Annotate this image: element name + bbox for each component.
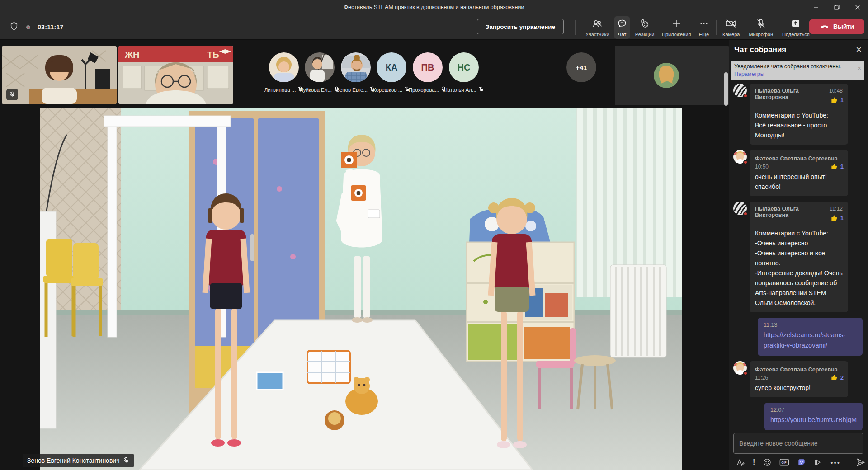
chat-message: Пылаева Ольга Викторовна11:12 1 Коммента… <box>733 202 863 312</box>
participant-bubble[interactable]: Зенов Евге... <box>338 52 373 94</box>
avatar[interactable] <box>733 202 747 215</box>
tab-more[interactable]: Еще <box>696 16 712 39</box>
message-author: Фатеева Светлана Сергеевна <box>755 155 838 162</box>
titlebar: Фестиваль STEAM практик в дошкольном и н… <box>0 0 868 14</box>
tab-reactions[interactable]: Реакции <box>633 16 657 39</box>
stage-video[interactable] <box>40 108 682 470</box>
radiator <box>610 265 666 357</box>
chat-message: Фатеева Светлана Сергеевна10:50 1 очень … <box>733 150 863 196</box>
name-badge <box>368 210 380 218</box>
mic-off-icon <box>755 18 766 31</box>
stream-icon[interactable] <box>814 458 823 467</box>
presence-busy-badge <box>743 371 748 376</box>
participant-bubble[interactable]: НС Наталья Ал... <box>446 52 481 94</box>
reaction-badge[interactable]: 1 <box>831 163 844 170</box>
overflow-participants-bubble[interactable]: +41 <box>566 52 596 82</box>
picture-card <box>257 372 283 390</box>
notifications-toast: Уведомления чата собрания отключены. Пар… <box>731 61 864 80</box>
avatar <box>269 52 299 82</box>
avatar[interactable] <box>733 84 747 97</box>
format-icon[interactable] <box>736 458 745 467</box>
importance-icon[interactable]: ! <box>753 458 755 466</box>
participant-name: Чуйкова Ел... <box>300 87 332 93</box>
participant-name: Корешков ... <box>373 87 403 93</box>
restore-button[interactable] <box>826 0 847 14</box>
message-list[interactable]: Пылаева Ольга Викторовна10:48 1 Коммента… <box>729 80 868 431</box>
reaction-badge[interactable]: 1 <box>831 96 844 103</box>
avatar[interactable] <box>733 361 747 375</box>
reaction-badge[interactable]: 1 <box>831 214 844 221</box>
teams-meeting-window: Фестиваль STEAM практик в дошкольном и н… <box>0 0 868 470</box>
message-link[interactable]: https://youtu.be/tDmtGrBhjqM <box>770 415 857 425</box>
close-chat-icon[interactable]: × <box>856 45 862 54</box>
video-thumb-2: ЖН ТЬ <box>118 46 233 104</box>
chat-panel: Чат собрания × Уведомления чата собрания… <box>729 40 868 470</box>
meeting-timer: 03:11:17 <box>38 24 64 31</box>
participant-bubble[interactable]: ПВ Прохорова... <box>410 52 445 94</box>
participant-name: Зенов Евге... <box>336 87 368 93</box>
send-icon[interactable] <box>856 457 866 467</box>
message-link[interactable]: https://zelsteams.ru/steams-praktiki-v-o… <box>764 330 857 351</box>
participant-name: Прохорова... <box>409 87 439 93</box>
toast-text: Уведомления чата собрания отключены. <box>734 63 853 70</box>
more-dots-icon <box>698 18 709 31</box>
message-time: 11:13 <box>764 322 857 328</box>
svg-text:ТЬ: ТЬ <box>207 50 219 60</box>
request-control-button[interactable]: Запросить управление <box>477 19 564 34</box>
gif-icon[interactable]: GIF <box>779 458 789 467</box>
chat-message-own: 11:13 https://zelsteams.ru/steams-prakti… <box>733 318 863 356</box>
presence-busy-badge <box>743 212 748 216</box>
chat-title: Чат собрания <box>734 45 856 54</box>
toolbar-divider <box>575 20 576 35</box>
avatar[interactable] <box>733 150 747 164</box>
avatar: НС <box>449 52 479 82</box>
avatar <box>341 52 371 82</box>
participant-bubble[interactable]: КА Корешков ... <box>374 52 409 94</box>
tab-chat[interactable]: Чат <box>614 16 630 39</box>
chat-message-own: 12:07 https://youtu.be/tDmtGrBhjqM <box>733 403 863 430</box>
spotlight-tile[interactable] <box>615 46 729 105</box>
toy-box <box>307 351 350 383</box>
avatar: ПВ <box>413 52 443 82</box>
microphone-toggle[interactable]: Микрофон <box>749 16 773 39</box>
emoji-icon[interactable] <box>763 458 772 467</box>
video-thumb-1 <box>2 46 117 104</box>
message-time: 10:50 <box>755 164 843 170</box>
participant-bubble[interactable]: Литвинова ... <box>266 52 302 94</box>
participant-bubble[interactable]: Чуйкова Ел... <box>302 52 337 94</box>
plus-icon <box>671 18 682 31</box>
participant-filmstrip: ЖН ТЬ Литвинова ... Чуйкова Ел... <box>0 40 729 107</box>
svg-text:ЖН: ЖН <box>124 50 140 60</box>
message-text: супер конструктор! <box>755 383 843 393</box>
scrollbar-thumb[interactable] <box>724 72 728 106</box>
shield-icon <box>9 21 19 33</box>
toast-close-icon[interactable]: × <box>857 64 861 72</box>
chat-header: Чат собрания × <box>729 40 868 60</box>
share-icon <box>790 18 801 31</box>
meeting-toolbar: 03:11:17 Запросить управление Участники … <box>0 14 868 40</box>
reaction-badge[interactable]: 2 <box>831 374 844 381</box>
minimize-button[interactable] <box>806 0 826 14</box>
sticker-icon[interactable] <box>797 458 806 467</box>
more-options-icon[interactable]: ••• <box>830 459 840 466</box>
avatar <box>654 63 679 88</box>
leave-button[interactable]: Выйти <box>809 19 864 34</box>
close-button[interactable] <box>847 0 868 14</box>
video-tile[interactable] <box>2 46 117 104</box>
tab-apps[interactable]: Приложения <box>660 16 693 39</box>
toast-settings-link[interactable]: Параметры <box>734 71 853 77</box>
message-input[interactable] <box>733 433 863 454</box>
video-tile[interactable]: ЖН ТЬ <box>118 46 233 104</box>
thumbs-up-icon <box>831 374 838 381</box>
participants-icon <box>592 18 603 31</box>
avatar <box>305 52 335 82</box>
camera-toggle[interactable]: Камера <box>722 16 740 39</box>
share-button[interactable]: Поделиться <box>782 16 810 39</box>
hangup-icon <box>820 21 830 33</box>
tab-participants[interactable]: Участники <box>583 16 612 39</box>
participant-name: Наталья Ал... <box>443 87 476 93</box>
presence-busy-badge <box>743 94 748 98</box>
message-time: 11:12 <box>830 206 843 212</box>
participant-name: Литвинова ... <box>264 87 296 93</box>
thumbs-up-icon <box>831 214 838 221</box>
